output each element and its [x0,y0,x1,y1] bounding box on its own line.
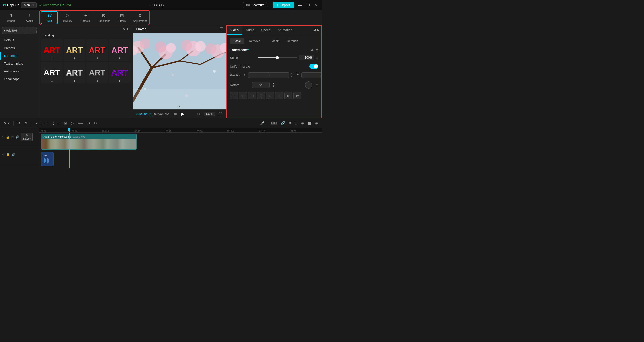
subtab-mask[interactable]: Mask [268,38,282,44]
player-menu-button[interactable]: ☰ [220,27,223,31]
diamond-transform-button[interactable]: ◇ [316,48,318,52]
audio-lock-icon[interactable]: 🔒 [6,153,10,156]
track-visible-icon[interactable]: 👁 [11,135,14,139]
zoom-in-button[interactable]: ⊕ [300,120,305,126]
menu-button[interactable]: Menu ▾ [21,2,36,8]
reset-button[interactable]: ↺ [311,48,314,52]
effect-item-3[interactable]: ART ⬇ [86,39,108,61]
align-center-h-button[interactable]: ⊟ [239,92,247,99]
sidebar-item-effects[interactable]: ▶ Effects [0,52,39,60]
track-lock-icon[interactable]: 🔒 [6,135,10,139]
audio-volume-icon[interactable]: 🔊 [11,153,15,156]
toolbar-audio[interactable]: ♪ Audio [21,11,38,24]
replace-button[interactable]: ⟲ [86,120,91,126]
sidebar-item-auto-caption[interactable]: Auto captio... [0,67,39,75]
export-button[interactable]: ↑ Export [273,2,294,8]
x-decrement-button[interactable]: ▼ [290,75,293,78]
toolbar-adjustment[interactable]: ⚙ Adjustment [131,11,148,24]
align-top-button[interactable]: ⊤ [257,92,265,99]
rotate-keyframe-button[interactable]: ◇ [316,83,318,87]
effect-item-2[interactable]: ART ⬇ [64,39,85,61]
toolbar-effects[interactable]: ✦ Effects [77,11,94,24]
mirror-button[interactable]: ⟺ [76,120,84,126]
scale-keyframe-button[interactable]: ◇ [316,56,318,60]
more-tabs-button[interactable]: ◀ ▶ [311,26,321,35]
effect-item-8[interactable]: ART ⬇ [109,62,131,83]
sidebar-item-default[interactable]: Default [0,36,39,44]
video-clip[interactable]: Japan's cherry blossoms 00:00:27:09 [41,134,137,150]
toolbar-text[interactable]: TI Text [41,11,58,24]
cover-button[interactable]: ✎ Cover [21,133,33,141]
cut-button[interactable]: ✂ [93,120,98,126]
effect-item-7[interactable]: ART ⬇ [86,62,108,83]
play-button[interactable]: ▶ [181,111,184,117]
rotate-input[interactable] [252,82,270,88]
grid-view-button[interactable]: ⊞ [173,111,178,116]
subtab-retouch[interactable]: Retouch [283,38,302,44]
x-increment-button[interactable]: ▲ [290,73,293,75]
add-text-button[interactable]: ▾ Add text [2,27,37,34]
subtab-basic[interactable]: Basic [230,38,244,44]
align-left-button[interactable]: ⊢ [230,92,238,99]
select-tool-button[interactable]: ↖ ▾ [3,120,11,126]
sidebar-item-local-caption[interactable]: Local capti... [0,75,39,83]
magnet-button[interactable]: ⊟⊟ [270,120,278,126]
split2-button[interactable]: ⟩⟨ [50,120,55,126]
restore-button[interactable]: ❐ [305,3,311,8]
delete-button[interactable]: □ [57,120,61,126]
track-audio-icon[interactable]: 🔊 [16,135,19,139]
caption-button[interactable]: ⊡ [293,120,299,126]
position-y-input[interactable] [301,72,321,78]
align-center-v-button[interactable]: ⊞ [266,92,274,99]
tab-audio[interactable]: Audio [242,26,258,35]
rotate-stepper[interactable]: ▲ ▼ [272,82,275,88]
rotate-decrement-button[interactable]: ▼ [272,85,275,88]
scale-input[interactable] [299,55,314,60]
sidebar-item-text-template[interactable]: Text template [0,60,39,67]
fullscreen-button[interactable]: ⛶ [217,111,223,116]
audio-clip[interactable]: mac [41,152,54,166]
rotate-circle-button[interactable]: — [305,81,312,89]
minimize-button[interactable]: — [297,3,303,8]
toolbar-import[interactable]: ⬆ Import [3,11,20,24]
close-button[interactable]: ✕ [313,3,319,8]
copy-button[interactable]: ⧉ [287,120,292,126]
track-expand-icon[interactable]: ▷ [2,135,4,139]
distribute-v-button[interactable]: ⊫ [293,92,301,99]
rotate-increment-button[interactable]: ▲ [272,82,275,85]
toolbar-stickers[interactable]: ☺ Stickers [59,11,76,24]
effect-item-4[interactable]: ART ⬇ [109,39,131,61]
position-x-stepper[interactable]: ▲ ▼ [290,73,293,78]
subtab-remove[interactable]: Remove ... [245,38,267,44]
trim-button[interactable]: ⊢⊣ [40,120,49,126]
effect-item-6[interactable]: ART ⬇ [64,62,85,83]
mic-button[interactable]: 🎤 [259,120,266,126]
shortcuts-button[interactable]: ⌨ Shortcuts [243,2,268,8]
play-clip-button[interactable]: ▷ [70,120,75,126]
tab-speed[interactable]: Speed [258,26,274,35]
effect-item-5[interactable]: ART ⬇ [41,62,63,83]
audio-loop-icon[interactable]: ↺ [2,153,5,156]
redo-button[interactable]: ↻ [23,120,29,126]
link-button[interactable]: 🔗 [279,120,286,126]
distribute-h-button[interactable]: ⊪ [284,92,292,99]
sidebar-item-presets[interactable]: Presets [0,44,39,52]
ratio-button[interactable]: Ratio [204,112,215,116]
toolbar-filters[interactable]: ⊞ Filters [113,11,130,24]
align-bottom-button[interactable]: ⊥ [275,92,283,99]
scale-slider[interactable] [258,57,297,58]
zoom-out-button[interactable]: ⊕ [314,120,319,126]
tab-video[interactable]: Video [227,26,242,35]
fit-screen-button[interactable]: ⊡ [196,111,201,116]
all-filter-button[interactable]: All ⊟ [123,27,130,31]
crop-button[interactable]: ⊠ [63,120,68,126]
circle-button[interactable]: ⬤ [306,120,313,126]
toolbar-transitions[interactable]: ⊠ Transitions [95,11,112,24]
align-right-button[interactable]: ⊣ [248,92,256,99]
effect-item-1[interactable]: ART ⬇ [41,39,63,61]
undo-button[interactable]: ↺ [16,120,22,126]
uniform-scale-toggle[interactable] [309,64,318,69]
split-button[interactable]: ⍿ [34,120,38,126]
position-x-input[interactable] [248,72,289,78]
tab-animation[interactable]: Animation [274,26,296,35]
